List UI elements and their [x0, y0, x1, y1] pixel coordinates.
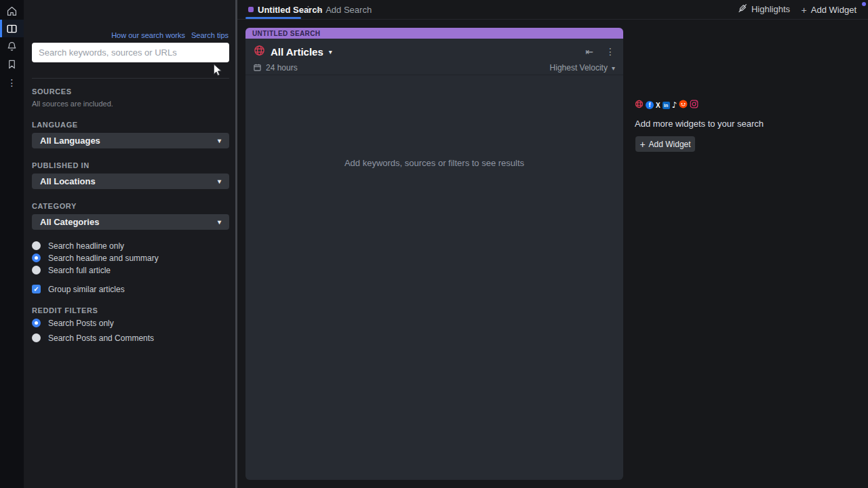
plus-icon: + — [639, 140, 645, 149]
chevron-down-icon[interactable]: ▾ — [329, 48, 332, 56]
bookmark-icon — [7, 59, 17, 70]
radio-unselected-icon[interactable] — [32, 333, 41, 342]
search-tab-color-dot — [248, 7, 254, 12]
search-filter-panel: How our search works Search tips SOURCES… — [24, 0, 237, 488]
highlighter-off-icon — [738, 3, 747, 15]
widget-header: All Articles ▾ ⇤ ⋮ — [254, 43, 615, 60]
add-widget-topbar-button[interactable]: + Add Widget — [802, 5, 856, 15]
more-kebab-icon: ⋮ — [7, 77, 17, 88]
chevron-down-icon: ▾ — [218, 218, 221, 226]
collapse-panel-icon[interactable]: ⇤ — [585, 46, 593, 57]
topbar: Untitled Search ⋮ + Add Search Highlight… — [237, 0, 868, 20]
bell-icon — [6, 41, 18, 52]
widget-empty-message: Add keywords, sources or filters to see … — [245, 158, 623, 168]
linkedin-icon: in — [663, 102, 670, 109]
category-label: CATEGORY — [32, 202, 77, 210]
all-articles-widget: UNTITLED SEARCH All Articles ▾ ⇤ ⋮ 24 ho… — [245, 28, 623, 480]
published-in-value: All Locations — [40, 176, 96, 186]
widget-subheader: 24 hours Highest Velocity ▾ — [254, 62, 615, 73]
widget-kebab-icon[interactable]: ⋮ — [606, 46, 615, 57]
add-widget-button[interactable]: + Add Widget — [635, 136, 695, 152]
time-range-value[interactable]: 24 hours — [266, 63, 298, 73]
published-in-label: PUBLISHED IN — [32, 161, 90, 169]
scope-option-headline-summary[interactable]: Search headline and summary — [32, 253, 159, 263]
rail-item-home[interactable] — [0, 2, 24, 20]
language-value: All Languages — [40, 136, 100, 146]
news-globe-icon — [635, 99, 644, 111]
how-search-works-link[interactable]: How our search works — [111, 31, 185, 39]
rail-item-more[interactable]: ⋮ — [0, 74, 24, 92]
sources-label: SOURCES — [32, 87, 72, 96]
chevron-down-icon: ▾ — [218, 178, 221, 185]
category-value: All Categories — [40, 217, 99, 227]
instagram-icon — [690, 99, 698, 111]
app-nav-rail: ⋮ — [0, 0, 24, 488]
add-widget-message: Add more widgets to your search — [635, 119, 764, 129]
tiktok-icon: ♪ — [672, 100, 677, 110]
plus-icon: + — [802, 5, 807, 15]
source-type-icons: f X in ♪ — [635, 100, 698, 110]
scope-option-full-article[interactable]: Search full article — [32, 265, 111, 275]
notification-dot — [862, 2, 866, 6]
facebook-icon: f — [646, 101, 654, 109]
home-icon — [6, 5, 18, 17]
news-globe-icon — [254, 45, 265, 59]
published-in-dropdown[interactable]: All Locations ▾ — [32, 174, 229, 189]
rail-item-boards[interactable] — [0, 20, 24, 37]
language-label: LANGUAGE — [32, 121, 78, 129]
radio-unselected-icon[interactable] — [32, 266, 41, 274]
search-tips-link[interactable]: Search tips — [191, 31, 229, 39]
x-icon: X — [656, 102, 660, 109]
rail-item-bookmarks[interactable] — [0, 56, 24, 73]
search-input[interactable] — [32, 43, 229, 62]
add-search-button[interactable]: + Add Search — [316, 5, 372, 15]
scope-option-headline-only[interactable]: Search headline only — [32, 241, 124, 251]
sort-selector[interactable]: Highest Velocity — [550, 63, 608, 73]
radio-selected-icon[interactable] — [32, 319, 41, 327]
active-tab-underline — [245, 17, 301, 19]
tab-untitled-search[interactable]: Untitled Search — [258, 5, 322, 15]
reddit-option-posts-comments[interactable]: Search Posts and Comments — [32, 333, 154, 343]
reddit-icon — [679, 99, 688, 111]
highlights-toggle-button[interactable]: Highlights — [738, 3, 790, 15]
sources-description: All sources are included. — [32, 100, 113, 108]
tab-kebab-icon[interactable]: ⋮ — [304, 4, 313, 14]
widget-group-tag[interactable]: UNTITLED SEARCH — [245, 28, 623, 39]
boards-icon — [6, 23, 18, 35]
category-dropdown[interactable]: All Categories ▾ — [32, 214, 229, 230]
radio-unselected-icon[interactable] — [32, 241, 41, 250]
reddit-option-posts-only[interactable]: Search Posts only — [32, 318, 114, 328]
chevron-down-icon: ▾ — [218, 137, 221, 144]
widget-title[interactable]: All Articles — [271, 46, 323, 58]
widget-divider — [245, 75, 623, 75]
rail-item-notifications[interactable] — [0, 37, 24, 55]
calendar-icon — [254, 62, 261, 74]
panel-divider — [32, 78, 229, 79]
radio-selected-icon[interactable] — [32, 253, 41, 262]
help-links: How our search works Search tips — [111, 31, 229, 39]
language-dropdown[interactable]: All Languages ▾ — [32, 133, 229, 148]
plus-icon: + — [316, 5, 321, 15]
reddit-filters-label: REDDIT FILTERS — [32, 306, 98, 314]
group-similar-row[interactable]: ✓ Group similar articles — [32, 284, 125, 294]
chevron-down-icon[interactable]: ▾ — [612, 64, 615, 72]
group-similar-checkbox[interactable]: ✓ — [32, 285, 41, 293]
